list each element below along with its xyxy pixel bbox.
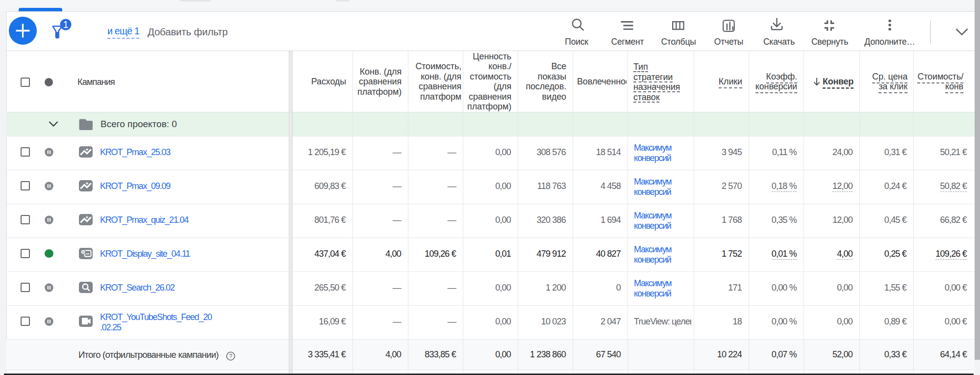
svg-text:?: ? — [229, 353, 232, 360]
svg-text:1: 1 — [63, 19, 68, 30]
